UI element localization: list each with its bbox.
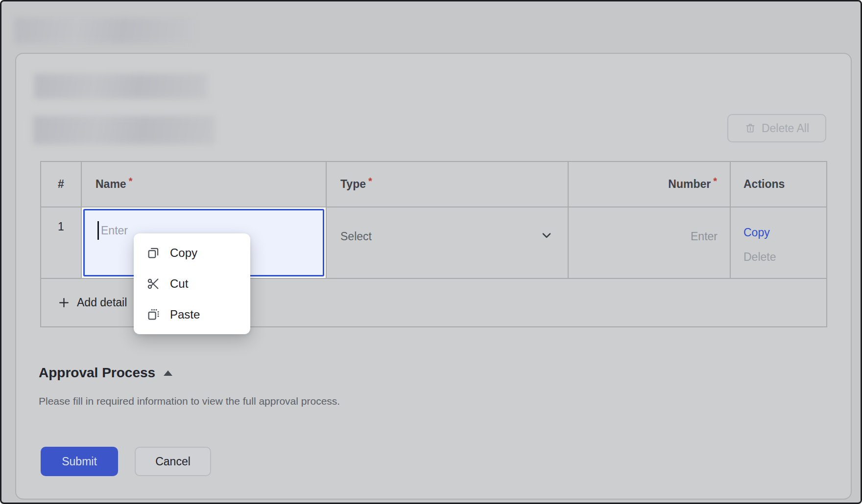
text-caret [97,221,99,240]
header-index: # [41,162,81,206]
required-asterisk: * [129,176,133,187]
cancel-button[interactable]: Cancel [135,447,211,476]
redacted-header-block [14,18,193,44]
redacted-field-block-2 [33,116,215,144]
add-detail-label: Add detail [77,296,127,309]
name-placeholder: Enter [101,222,128,239]
delete-all-button[interactable]: Delete All [727,114,826,142]
approval-title: Approval Process [39,365,155,381]
chevron-down-icon [540,229,553,242]
approval-description: Please fill in required information to v… [39,395,340,407]
type-select[interactable]: Select [326,207,568,278]
cut-icon [146,277,160,291]
menu-item-label: Cut [170,277,188,291]
collapse-caret-icon [164,370,172,376]
app-window: Delete All # Name* Type* Number* Actions… [0,0,862,504]
context-menu-item-copy[interactable]: Copy [134,237,250,268]
row-index: 1 [41,207,81,278]
submit-button[interactable]: Submit [41,447,118,476]
menu-item-label: Paste [170,308,200,321]
row-delete-link[interactable]: Delete [743,245,826,269]
trash-icon [744,122,756,134]
header-number: Number* [568,162,730,206]
paste-icon [146,308,160,321]
redacted-field-block-1 [34,74,207,99]
type-select-placeholder: Select [340,230,372,243]
copy-icon [146,246,160,260]
actions-cell: Copy Delete [730,207,826,278]
header-actions: Actions [730,162,826,206]
menu-item-label: Copy [170,246,197,260]
table-header-row: # Name* Type* Number* Actions [41,162,826,206]
plus-icon [57,296,71,309]
header-name: Name* [81,162,326,206]
context-menu-item-paste[interactable]: Paste [134,299,250,330]
required-asterisk: * [713,176,717,187]
row-copy-link[interactable]: Copy [743,220,826,245]
number-input[interactable]: Enter [568,207,730,278]
approval-section-header[interactable]: Approval Process [39,365,172,381]
delete-all-label: Delete All [762,122,809,135]
required-asterisk: * [368,176,372,187]
header-type: Type* [326,162,568,206]
context-menu-item-cut[interactable]: Cut [134,268,250,299]
number-placeholder: Enter [691,230,718,243]
context-menu: Copy Cut Pa [134,233,250,334]
